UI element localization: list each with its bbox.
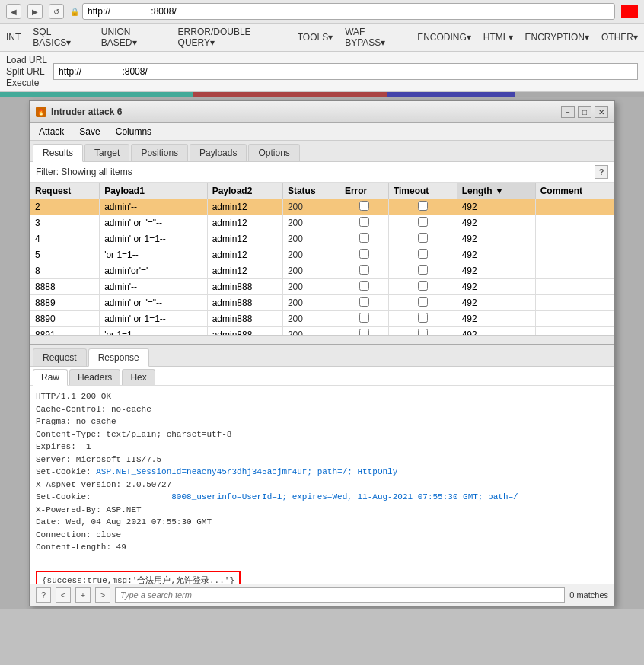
table-row[interactable]: 8 admin'or'=' admin12 200 492 [30, 263, 614, 279]
filter-help-button[interactable]: ? [595, 165, 608, 179]
col-error[interactable]: Error [340, 183, 388, 199]
table-row[interactable]: 8889 admin' or "="-- admin888 200 492 [30, 295, 614, 311]
cell-timeout[interactable] [388, 199, 457, 215]
cell-timeout[interactable] [388, 295, 457, 311]
response-line-5: Expires: -1 [36, 441, 608, 453]
window-menu: Attack Save Columns [30, 123, 614, 141]
col-length[interactable]: Length ▼ [457, 183, 535, 199]
cell-error[interactable] [340, 295, 388, 311]
save-menu[interactable]: Save [73, 125, 106, 138]
cell-length: 492 [457, 231, 535, 247]
add-button[interactable]: + [75, 587, 91, 603]
cell-payload2: admin888 [207, 311, 282, 327]
menu-sql-basics[interactable]: SQL BASICS▾ [27, 25, 94, 49]
table-wrapper[interactable]: Request Payload1 Payload2 Status Error T… [30, 183, 614, 335]
cell-timeout[interactable] [388, 215, 457, 231]
cell-error[interactable] [340, 327, 388, 336]
columns-menu[interactable]: Columns [110, 125, 158, 138]
cell-comment [535, 311, 614, 327]
col-comment[interactable]: Comment [535, 183, 614, 199]
table-row[interactable]: 8891 'or 1=1-- admin888 200 492 [30, 327, 614, 336]
cell-error[interactable] [340, 311, 388, 327]
menu-encoding[interactable]: ENCODING▾ [411, 30, 477, 44]
cell-payload1: 'or 1=1-- [100, 327, 207, 336]
menu-encryption[interactable]: ENCRYPTION▾ [519, 30, 595, 44]
minimize-button[interactable]: − [561, 106, 575, 118]
prev-button[interactable]: < [56, 587, 71, 603]
filter-bar: Filter: Showing all items ? [30, 162, 614, 183]
cell-timeout[interactable] [388, 231, 457, 247]
cell-timeout[interactable] [388, 279, 457, 295]
cell-timeout[interactable] [388, 247, 457, 263]
load-url-label[interactable]: Load URL [6, 55, 47, 65]
sub-tab-raw[interactable]: Raw [33, 369, 68, 386]
table-row[interactable]: 2 admin'-- admin12 200 492 [30, 199, 614, 215]
col-payload2[interactable]: Payload2 [207, 183, 282, 199]
cell-request: 5 [30, 247, 100, 263]
cell-payload1: admin' or "="-- [100, 215, 207, 231]
cell-request: 8888 [30, 279, 100, 295]
results-table: Request Payload1 Payload2 Status Error T… [30, 183, 614, 335]
menu-union-based[interactable]: UNION BASED▾ [95, 25, 172, 49]
cell-request: 3 [30, 215, 100, 231]
menu-other[interactable]: OTHER▾ [595, 30, 644, 44]
execute-label[interactable]: Execute [6, 78, 47, 88]
tab-response[interactable]: Response [88, 348, 149, 367]
cell-error[interactable] [340, 231, 388, 247]
cell-timeout[interactable] [388, 263, 457, 279]
menu-html[interactable]: HTML▾ [477, 30, 519, 44]
refresh-button[interactable]: ↺ [49, 4, 64, 19]
tab-options[interactable]: Options [248, 144, 299, 161]
cell-error[interactable] [340, 199, 388, 215]
cell-payload1: admin'or'=' [100, 263, 207, 279]
table-row[interactable]: 3 admin' or "="-- admin12 200 492 [30, 215, 614, 231]
tab-request[interactable]: Request [33, 348, 87, 366]
horizontal-scrollbar[interactable] [30, 335, 614, 344]
load-url-bar: Load URL Split URL Execute [0, 52, 644, 92]
col-request[interactable]: Request [30, 183, 100, 199]
forward-button[interactable]: ▶ [27, 4, 43, 19]
table-row[interactable]: 8888 admin'-- admin888 200 492 [30, 279, 614, 295]
cell-comment [535, 199, 614, 215]
sub-tab-headers[interactable]: Headers [69, 369, 120, 385]
menu-error-double[interactable]: ERROR/DOUBLE QUERY▾ [172, 25, 292, 49]
window-title: 🔥 Intruder attack 6 [36, 107, 122, 117]
tab-target[interactable]: Target [84, 144, 129, 161]
menu-int[interactable]: INT [0, 30, 27, 44]
response-content[interactable]: HTTP/1.1 200 OK Cache-Control: no-cache … [30, 386, 614, 584]
tab-results[interactable]: Results [33, 144, 83, 162]
url-input[interactable] [53, 63, 638, 80]
col-timeout[interactable]: Timeout [388, 183, 457, 199]
split-url-label[interactable]: Split URL [6, 66, 47, 77]
cell-payload2: admin888 [207, 279, 282, 295]
col-status[interactable]: Status [282, 183, 340, 199]
browser-url-input[interactable] [82, 3, 615, 20]
cell-error[interactable] [340, 279, 388, 295]
help-bottom-button[interactable]: ? [36, 587, 51, 603]
flag-icon [621, 5, 638, 18]
cell-error[interactable] [340, 263, 388, 279]
close-button[interactable]: ✕ [595, 106, 608, 118]
back-button[interactable]: ◀ [6, 4, 21, 19]
cell-payload2: admin888 [207, 295, 282, 311]
cell-error[interactable] [340, 215, 388, 231]
cell-timeout[interactable] [388, 327, 457, 336]
menu-waf-bypass[interactable]: WAF BYPASS▾ [339, 25, 411, 49]
tab-payloads[interactable]: Payloads [190, 144, 247, 161]
attack-menu[interactable]: Attack [33, 125, 70, 138]
cell-error[interactable] [340, 247, 388, 263]
menu-tools[interactable]: TOOLS▾ [292, 30, 339, 44]
col-payload1[interactable]: Payload1 [100, 183, 207, 199]
search-input[interactable] [115, 587, 565, 603]
matches-count: 0 matches [569, 590, 608, 600]
sub-tab-hex[interactable]: Hex [122, 369, 155, 385]
tab-positions[interactable]: Positions [131, 144, 188, 161]
table-row[interactable]: 5 'or 1=1-- admin12 200 492 [30, 247, 614, 263]
cell-payload2: admin12 [207, 263, 282, 279]
table-row[interactable]: 4 admin' or 1=1-- admin12 200 492 [30, 231, 614, 247]
cell-timeout[interactable] [388, 311, 457, 327]
next-button[interactable]: > [95, 587, 110, 603]
cell-status: 200 [282, 199, 340, 215]
maximize-button[interactable]: □ [578, 106, 591, 118]
table-row[interactable]: 8890 admin' or 1=1-- admin888 200 492 [30, 311, 614, 327]
